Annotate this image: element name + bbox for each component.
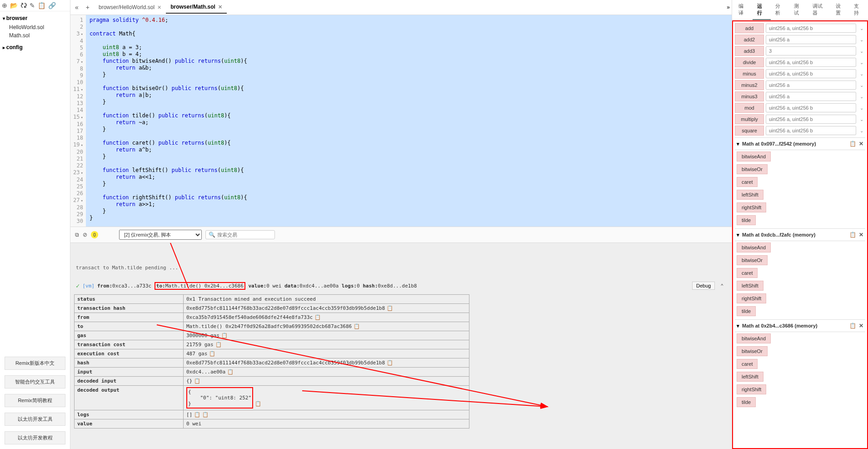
editor-tab[interactable]: browser/Math.sol✕: [166, 1, 227, 14]
instance-function-button[interactable]: leftShift: [737, 372, 763, 382]
new-file-icon[interactable]: ⊕: [2, 2, 7, 9]
chevron-down-icon[interactable]: ⌄: [858, 49, 865, 54]
copy-icon[interactable]: 📋: [194, 378, 200, 384]
collapse-tabs-icon[interactable]: «: [72, 3, 81, 12]
copy-icon[interactable]: 📋: [314, 314, 321, 320]
instance-header[interactable]: ▾Math at 0xdcb...f2afc (memory)📋✕: [735, 228, 865, 241]
folder-browser[interactable]: browser: [3, 15, 67, 21]
instance-function-button[interactable]: caret: [737, 177, 758, 187]
copy-icon[interactable]: 📋: [221, 333, 228, 338]
add-tab-icon[interactable]: +: [83, 3, 92, 12]
function-button[interactable]: add3: [735, 46, 764, 56]
instance-header[interactable]: ▾Math at 0x2b4...c3686 (memory)📋✕: [735, 319, 865, 332]
instance-function-button[interactable]: bitwiseOr: [737, 255, 768, 265]
instance-function-button[interactable]: rightShift: [737, 293, 766, 303]
close-instance-icon[interactable]: ✕: [859, 141, 863, 147]
chevron-down-icon[interactable]: ⌄: [858, 117, 865, 122]
file-math[interactable]: Math.sol: [3, 31, 67, 40]
footer-link[interactable]: 以太坊开发工具: [5, 413, 65, 426]
instance-function-button[interactable]: leftShift: [737, 281, 763, 291]
folder-open-icon[interactable]: 📂: [10, 2, 18, 9]
instance-function-button[interactable]: tilde: [737, 215, 756, 225]
gist-icon[interactable]: ✎: [30, 2, 35, 9]
debug-button[interactable]: Debug: [692, 282, 715, 290]
close-tab-icon[interactable]: ✕: [157, 5, 161, 10]
chevron-down-icon[interactable]: ⌄: [858, 128, 865, 133]
copy-icon[interactable]: 📋: [227, 369, 234, 375]
function-input[interactable]: [766, 126, 856, 135]
instance-toggle-icon[interactable]: ▾: [737, 232, 739, 238]
tx-summary-row[interactable]: ✓ [vm] from:0xca3...a733c to:Math.tilde(…: [74, 280, 728, 292]
function-input[interactable]: [766, 58, 856, 67]
chevron-down-icon[interactable]: ⌄: [858, 106, 865, 111]
code-area[interactable]: pragma solidity ^0.4.16; contract Math{ …: [86, 15, 732, 227]
editor-tab[interactable]: browser/HelloWorld.sol✕: [94, 1, 166, 14]
chevron-down-icon[interactable]: ⌄: [858, 83, 865, 88]
copy-address-icon[interactable]: 📋: [849, 232, 856, 238]
transaction-filter-select[interactable]: [2] 仅remix交易, 脚本: [119, 230, 202, 240]
footer-link[interactable]: 智能合约交互工具: [5, 375, 65, 388]
github-icon[interactable]: 🗘: [20, 2, 27, 9]
copy-icon[interactable]: 📋: [387, 305, 393, 311]
right-tab[interactable]: 编译: [734, 0, 753, 20]
function-button[interactable]: add: [735, 23, 764, 33]
instance-function-button[interactable]: rightShift: [737, 202, 766, 212]
instance-function-button[interactable]: bitwiseOr: [737, 346, 768, 356]
copy-icon[interactable]: 📋: [202, 412, 209, 418]
function-input[interactable]: [766, 115, 856, 124]
console-toggle-icon[interactable]: ⧉: [75, 232, 79, 238]
function-input[interactable]: [766, 46, 856, 55]
chevron-down-icon[interactable]: ⌄: [858, 37, 865, 42]
instance-function-button[interactable]: rightShift: [737, 384, 766, 394]
copy-icon[interactable]: 📋: [354, 323, 360, 329]
function-button[interactable]: multiply: [735, 114, 764, 124]
instance-function-button[interactable]: bitwiseAnd: [737, 333, 771, 343]
right-tab[interactable]: 调试器: [808, 0, 831, 20]
close-instance-icon[interactable]: ✕: [859, 323, 863, 329]
function-input[interactable]: [766, 103, 856, 112]
function-input[interactable]: [766, 35, 856, 44]
copy-icon[interactable]: 📋: [255, 401, 261, 407]
chevron-down-icon[interactable]: ⌄: [858, 94, 865, 99]
copy-icon[interactable]: 📋: [387, 360, 393, 366]
right-tab[interactable]: 支持: [849, 0, 868, 20]
function-input[interactable]: [766, 24, 856, 33]
instance-function-button[interactable]: tilde: [737, 397, 756, 407]
function-input[interactable]: [766, 69, 856, 78]
right-tab[interactable]: 分析: [771, 0, 789, 20]
instance-function-button[interactable]: bitwiseAnd: [737, 151, 771, 161]
instance-toggle-icon[interactable]: ▾: [737, 323, 739, 329]
instance-function-button[interactable]: leftShift: [737, 190, 763, 200]
function-button[interactable]: mod: [735, 103, 764, 113]
share-icon[interactable]: 📋: [38, 2, 45, 9]
search-input[interactable]: [217, 232, 272, 237]
footer-link[interactable]: Remix简明教程: [5, 394, 65, 407]
right-tab[interactable]: 设置: [831, 0, 850, 20]
close-instance-icon[interactable]: ✕: [859, 232, 863, 238]
instance-function-button[interactable]: bitwiseOr: [737, 164, 768, 174]
instance-function-button[interactable]: caret: [737, 268, 758, 278]
function-button[interactable]: minus2: [735, 80, 764, 90]
function-button[interactable]: minus3: [735, 91, 764, 101]
function-input[interactable]: [766, 92, 856, 101]
collapse-icon[interactable]: ⌃: [718, 283, 726, 289]
instance-function-button[interactable]: caret: [737, 359, 758, 369]
console[interactable]: transact to Math.tilde pending ... ✓ [vm…: [70, 243, 732, 449]
copy-address-icon[interactable]: 📋: [849, 323, 856, 329]
footer-link[interactable]: 以太坊开发教程: [5, 431, 65, 444]
chevron-down-icon[interactable]: ⌄: [858, 71, 865, 76]
footer-link[interactable]: Remix新版本中文: [5, 357, 65, 370]
instance-function-button[interactable]: bitwiseAnd: [737, 242, 771, 252]
code-editor[interactable]: 1234567891011121314151617181920212223242…: [70, 15, 732, 227]
copy-address-icon[interactable]: 📋: [849, 141, 856, 147]
console-clear-icon[interactable]: ⊘: [83, 232, 87, 238]
instance-toggle-icon[interactable]: ▾: [737, 141, 739, 147]
instance-header[interactable]: ▾Math at 0x097...f2542 (memory)📋✕: [735, 137, 865, 150]
folder-config[interactable]: config: [3, 44, 67, 50]
function-button[interactable]: divide: [735, 57, 764, 67]
function-input[interactable]: [766, 81, 856, 90]
copy-icon[interactable]: 📋: [209, 351, 215, 357]
function-button[interactable]: add2: [735, 35, 764, 45]
function-button[interactable]: square: [735, 126, 764, 136]
expand-tabs-icon[interactable]: »: [727, 4, 730, 10]
